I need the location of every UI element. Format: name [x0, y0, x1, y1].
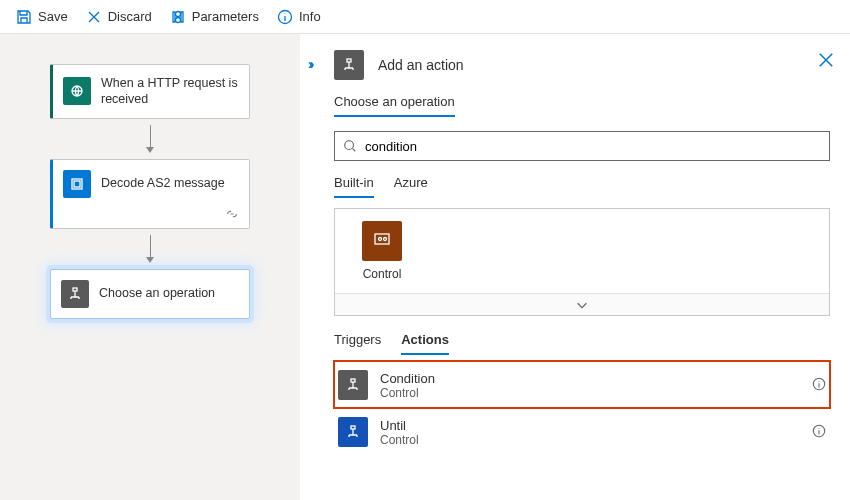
action-title: Condition — [380, 371, 435, 386]
save-icon — [16, 9, 32, 25]
info-icon — [812, 377, 826, 391]
placeholder-node-choose-operation[interactable]: Choose an operation — [50, 269, 250, 319]
condition-icon — [338, 370, 368, 400]
panel-title: Add an action — [378, 57, 464, 73]
search-input[interactable] — [365, 139, 821, 154]
svg-point-8 — [345, 141, 354, 150]
svg-rect-14 — [351, 426, 355, 429]
discard-icon — [86, 9, 102, 25]
link-icon — [53, 208, 249, 224]
action-item-until[interactable]: Until Control — [334, 408, 830, 455]
node-label: Decode AS2 message — [101, 175, 225, 191]
tab-builtin[interactable]: Built-in — [334, 175, 374, 198]
svg-rect-6 — [73, 288, 77, 291]
save-label: Save — [38, 9, 68, 24]
node-label: Choose an operation — [99, 285, 215, 301]
connector-category-tabs: Built-in Azure — [334, 175, 830, 198]
trigger-node-http-request[interactable]: When a HTTP request is received — [50, 64, 250, 119]
toolbar: Save Discard Parameters Info — [0, 0, 850, 34]
action-title: Until — [380, 418, 419, 433]
tab-azure[interactable]: Azure — [394, 175, 428, 198]
connector-list: Control — [334, 208, 830, 316]
node-label: When a HTTP request is received — [101, 75, 239, 108]
svg-rect-5 — [74, 181, 80, 187]
trigger-action-tabs: Triggers Actions — [334, 332, 830, 355]
operation-icon — [61, 280, 89, 308]
save-button[interactable]: Save — [8, 5, 76, 29]
svg-point-11 — [384, 238, 387, 241]
info-icon — [812, 424, 826, 438]
panel-icon — [334, 50, 364, 80]
panel-subtitle: Choose an operation — [334, 94, 455, 117]
action-panel: ›› Add an action Choose an operation Bui… — [300, 34, 850, 500]
discard-button[interactable]: Discard — [78, 5, 160, 29]
tab-triggers[interactable]: Triggers — [334, 332, 381, 355]
designer-canvas[interactable]: When a HTTP request is received Decode A… — [0, 34, 300, 500]
info-button[interactable]: Info — [269, 5, 329, 29]
info-icon — [277, 9, 293, 25]
as2-icon — [63, 170, 91, 198]
until-icon — [338, 417, 368, 447]
connector-label: Control — [347, 267, 417, 281]
svg-point-10 — [379, 238, 382, 241]
control-icon — [362, 221, 402, 261]
parameters-icon — [170, 9, 186, 25]
parameters-label: Parameters — [192, 9, 259, 24]
tab-actions[interactable]: Actions — [401, 332, 449, 355]
action-info-button[interactable] — [812, 424, 826, 441]
http-icon — [63, 77, 91, 105]
svg-point-1 — [175, 17, 180, 22]
svg-rect-12 — [351, 379, 355, 382]
parameters-button[interactable]: Parameters — [162, 5, 267, 29]
action-node-decode-as2[interactable]: Decode AS2 message — [50, 159, 250, 229]
chevron-down-icon — [575, 298, 589, 312]
discard-label: Discard — [108, 9, 152, 24]
action-item-condition[interactable]: Condition Control — [334, 361, 830, 408]
expand-connectors-button[interactable] — [335, 293, 829, 315]
close-icon — [816, 50, 836, 70]
action-info-button[interactable] — [812, 377, 826, 394]
collapse-panel-button[interactable]: ›› — [308, 56, 311, 72]
close-panel-button[interactable] — [816, 50, 836, 73]
search-icon — [343, 139, 357, 153]
svg-point-0 — [175, 11, 180, 16]
connector-control[interactable]: Control — [347, 221, 417, 281]
action-subtitle: Control — [380, 433, 419, 447]
search-box[interactable] — [334, 131, 830, 161]
svg-rect-7 — [347, 59, 351, 62]
action-subtitle: Control — [380, 386, 435, 400]
